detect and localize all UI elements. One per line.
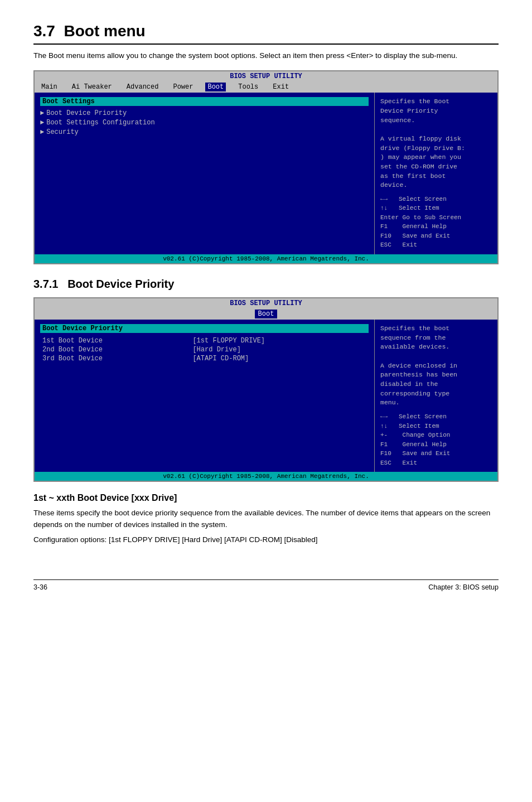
bios-menu-bar-2: Boot	[35, 308, 497, 320]
boot-device-heading: 1st ~ xxth Boot Device [xxx Drive]	[33, 493, 499, 503]
bios-right-text-2: Specifies the boot sequence from the ava…	[380, 324, 492, 408]
section-title: 3.7 Boot menu	[33, 22, 499, 45]
bios-entry-label-2: Boot Settings Configuration	[46, 119, 154, 127]
page-number: 3-36	[33, 583, 47, 591]
bios-entry-boot-settings-config[interactable]: ► Boot Settings Configuration	[40, 119, 369, 127]
arrow-icon-3: ►	[40, 128, 44, 136]
arrow-icon-1: ►	[40, 109, 44, 117]
bios-key-hints-2: ←→ Select Screen ↑↓ Select Item +- Chang…	[380, 412, 492, 467]
chapter-label: Chapter 3: BIOS setup	[428, 583, 499, 591]
key-hint-2-arrows-lr: ←→ Select Screen	[380, 413, 447, 420]
bios-entry-security[interactable]: ► Security	[40, 128, 369, 136]
bios-screen-1: BIOS SETUP UTILITY Main Ai Tweaker Advan…	[33, 70, 499, 264]
bios-entry-label-3: Security	[46, 128, 79, 136]
boot-device-label-1: 1st Boot Device	[40, 336, 190, 345]
boot-device-body: 1st ~ xxth Boot Device [xxx Drive] These…	[33, 493, 499, 546]
key-hint-arrows-lr: ←→ Select Screen	[380, 196, 447, 202]
bios-menu-main[interactable]: Main	[39, 83, 60, 91]
key-hint-2-f10: F10 Save and Exit	[380, 450, 450, 457]
subsection-title: 3.7.1 Boot Device Priority	[33, 278, 499, 291]
bios-right-panel-2: Specifies the boot sequence from the ava…	[375, 320, 497, 472]
page-footer: 3-36 Chapter 3: BIOS setup	[33, 579, 499, 591]
bios-menu-exit[interactable]: Exit	[270, 83, 291, 91]
key-hint-f1: F1 General Help	[380, 223, 447, 230]
bios-left-header-1: Boot Settings	[40, 97, 369, 106]
bios-right-text-1: Specifies the Boot Device Priority seque…	[380, 97, 492, 190]
key-hint-f10: F10 Save and Exit	[380, 233, 450, 239]
bios-active-tab-2: Boot	[255, 310, 278, 318]
table-row: 2nd Boot Device [Hard Drive]	[40, 345, 369, 354]
bios-entry-boot-device-priority[interactable]: ► Boot Device Priority	[40, 109, 369, 117]
bios-key-hints-1: ←→ Select Screen ↑↓ Select Item Enter Go…	[380, 195, 492, 250]
bios-left-header-2: Boot Device Priority	[40, 324, 369, 333]
boot-device-value-1[interactable]: [1st FLOPPY DRIVE]	[190, 336, 369, 345]
bios-footer-1: v02.61 (C)Copyright 1985-2008, American …	[35, 254, 497, 263]
bios-entry-label-1: Boot Device Priority	[46, 109, 127, 117]
bios-body-1: Boot Settings ► Boot Device Priority ► B…	[35, 93, 497, 254]
key-hint-2-esc: ESC Exit	[380, 460, 417, 466]
boot-device-para-2: Configuration options: [1st FLOPPY DRIVE…	[33, 534, 499, 546]
boot-device-table: 1st Boot Device [1st FLOPPY DRIVE] 2nd B…	[40, 336, 369, 363]
bios-body-2: Boot Device Priority 1st Boot Device [1s…	[35, 320, 497, 472]
bios-footer-2: v02.61 (C)Copyright 1985-2008, American …	[35, 472, 497, 481]
bios-menu-ai-tweaker[interactable]: Ai Tweaker	[70, 83, 114, 91]
bios-menu-advanced[interactable]: Advanced	[124, 83, 161, 91]
bios-title-bar-1: BIOS SETUP UTILITY	[35, 71, 497, 81]
key-hint-2-arrows-ud: ↑↓ Select Item	[380, 423, 439, 429]
bios-screen-2: BIOS SETUP UTILITY Boot Boot Device Prio…	[33, 297, 499, 482]
bios-left-panel-2: Boot Device Priority 1st Boot Device [1s…	[35, 320, 375, 472]
boot-device-label-2: 2nd Boot Device	[40, 345, 190, 354]
bios-title-bar-2: BIOS SETUP UTILITY	[35, 298, 497, 308]
table-row: 1st Boot Device [1st FLOPPY DRIVE]	[40, 336, 369, 345]
boot-device-value-2[interactable]: [Hard Drive]	[190, 345, 369, 354]
key-hint-2-f1: F1 General Help	[380, 441, 447, 448]
key-hint-2-plus-minus: +- Change Option	[380, 432, 450, 438]
section-description: The Boot menu items allow you to change …	[33, 50, 499, 61]
boot-device-label-3: 3rd Boot Device	[40, 354, 190, 363]
boot-device-value-3[interactable]: [ATAPI CD-ROM]	[190, 354, 369, 363]
boot-device-para-1: These items specify the boot device prio…	[33, 508, 499, 531]
bios-menu-tools[interactable]: Tools	[236, 83, 260, 91]
key-hint-arrows-ud: ↑↓ Select Item	[380, 205, 439, 211]
section-header: 3.7 Boot menu The Boot menu items allow …	[33, 22, 499, 61]
key-hint-esc: ESC Exit	[380, 241, 417, 248]
bios-right-panel-1: Specifies the Boot Device Priority seque…	[375, 93, 497, 254]
bios-left-panel-1: Boot Settings ► Boot Device Priority ► B…	[35, 93, 375, 254]
bios-menu-bar-1[interactable]: Main Ai Tweaker Advanced Power Boot Tool…	[35, 81, 497, 93]
table-row: 3rd Boot Device [ATAPI CD-ROM]	[40, 354, 369, 363]
bios-menu-power[interactable]: Power	[171, 83, 195, 91]
key-hint-enter: Enter Go to Sub Screen	[380, 214, 461, 221]
arrow-icon-2: ►	[40, 119, 44, 127]
bios-menu-boot[interactable]: Boot	[205, 83, 226, 91]
